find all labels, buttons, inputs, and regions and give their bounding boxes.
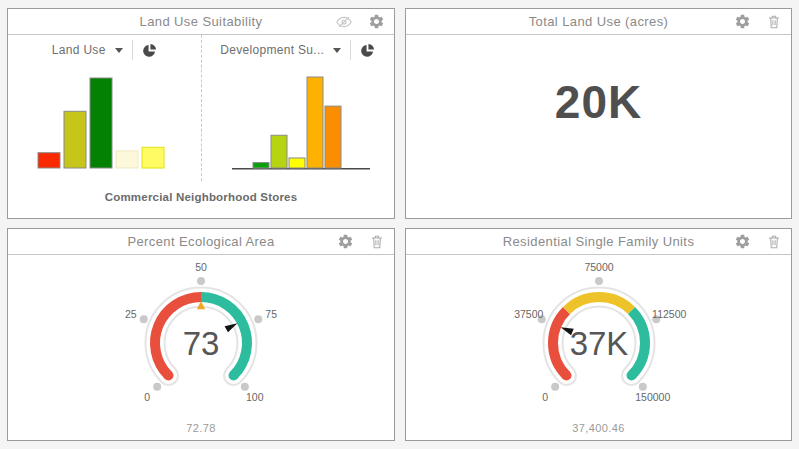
panel-header: Percent Ecological Area [8, 229, 394, 255]
selector-label: Land Use [52, 43, 106, 57]
panel-land-use-suitability: Land Use Suitability [7, 8, 395, 219]
page-title: Total Land Use (acres) [529, 14, 669, 29]
bar-chart-development-suitability[interactable] [202, 65, 395, 170]
pie-chart-icon[interactable] [360, 43, 375, 58]
trash-icon[interactable] [766, 14, 782, 30]
controls-row: Development Su... [202, 35, 395, 65]
chart-columns: Land Use Development Su.. [8, 35, 394, 181]
pie-chart-icon[interactable] [142, 43, 157, 58]
dashboard: Land Use Suitability [0, 0, 799, 449]
development-suitability-field-selector[interactable]: Development Su... [220, 43, 341, 57]
land-use-field-selector[interactable]: Land Use [52, 43, 123, 57]
svg-text:73: 73 [183, 325, 220, 362]
panel-header: Land Use Suitability [8, 9, 394, 35]
svg-text:112500: 112500 [652, 308, 686, 320]
bar-chart-land-use[interactable] [8, 65, 201, 170]
chevron-down-icon [115, 48, 123, 53]
page-title: Percent Ecological Area [127, 234, 274, 249]
panel-header: Residential Single Family Units [406, 229, 791, 255]
page-title: Land Use Suitability [140, 14, 263, 29]
gear-icon[interactable] [337, 233, 354, 250]
panel-residential-units: Residential Single Family Units 03750075… [405, 228, 792, 441]
svg-text:75000: 75000 [584, 261, 613, 273]
chart-column-land-use: Land Use [8, 35, 201, 181]
chevron-down-icon [333, 48, 341, 53]
svg-text:0: 0 [542, 391, 548, 403]
divider [132, 40, 133, 60]
svg-text:37K: 37K [570, 325, 629, 362]
gear-icon[interactable] [368, 13, 385, 30]
gauge-percent-ecological: 025507510073 [8, 255, 394, 417]
controls-row: Land Use [8, 35, 201, 65]
svg-text:150000: 150000 [635, 391, 670, 403]
gauge-residential-units: 0375007500011250015000037K [406, 255, 791, 417]
panel-body: 025507510073 72.78 [8, 255, 394, 440]
header-icons [335, 9, 385, 34]
gauge-exact-value: 37,400.46 [406, 422, 791, 434]
header-icons [734, 9, 782, 34]
panel-header: Total Land Use (acres) [406, 9, 791, 35]
gear-icon[interactable] [734, 13, 751, 30]
svg-text:25: 25 [125, 308, 137, 320]
panel-percent-ecological-area: Percent Ecological Area 025507510073 72.… [7, 228, 395, 441]
trash-icon[interactable] [766, 234, 782, 250]
svg-text:50: 50 [195, 261, 207, 273]
category-label: Commercial Neighborhood Stores [8, 191, 394, 203]
divider [350, 40, 351, 60]
visibility-off-icon[interactable] [335, 13, 353, 31]
gear-icon[interactable] [734, 233, 751, 250]
gauge-exact-value: 72.78 [8, 422, 394, 434]
header-icons [337, 229, 385, 254]
header-icons [734, 229, 782, 254]
panel-body: Land Use Development Su.. [8, 35, 394, 218]
page-title: Residential Single Family Units [503, 234, 695, 249]
chart-column-development-suitability: Development Su... [201, 35, 395, 181]
indicator-value: 20K [406, 75, 791, 129]
svg-text:0: 0 [144, 391, 150, 403]
svg-text:37500: 37500 [514, 308, 543, 320]
svg-text:75: 75 [265, 308, 277, 320]
selector-label: Development Su... [220, 43, 324, 57]
panel-body: 0375007500011250015000037K 37,400.46 [406, 255, 791, 440]
trash-icon[interactable] [369, 234, 385, 250]
svg-text:100: 100 [246, 391, 264, 403]
panel-total-land-use: Total Land Use (acres) 20K 19,565.38 [405, 8, 792, 219]
